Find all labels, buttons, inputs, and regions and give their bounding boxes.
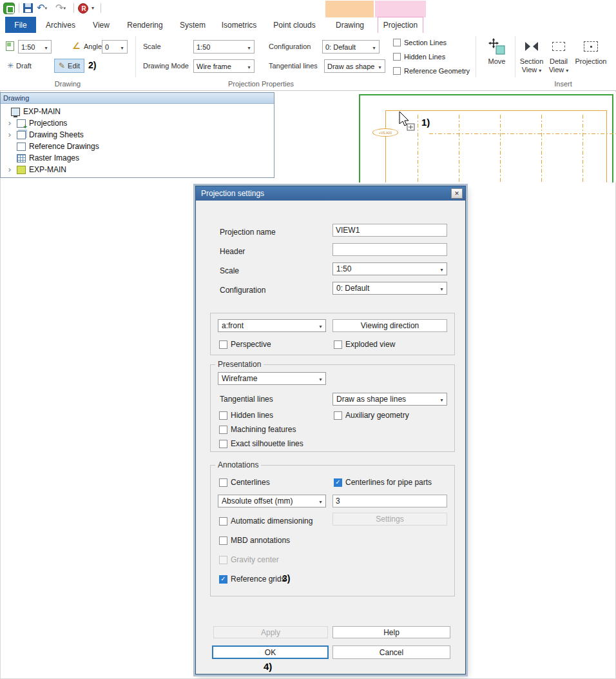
checkbox-section-lines[interactable]: Section Lines bbox=[393, 39, 447, 46]
tree-item-raster-images[interactable]: Raster Images bbox=[1, 152, 274, 164]
app-logo-icon[interactable] bbox=[3, 3, 15, 14]
settings-button[interactable]: Settings bbox=[332, 513, 447, 526]
checkbox-box bbox=[393, 53, 401, 61]
tab-projection[interactable]: Projection bbox=[378, 17, 423, 33]
projection-button[interactable]: Projection bbox=[572, 37, 610, 81]
tree-item-exp-main[interactable]: EXP-MAIN bbox=[1, 106, 274, 117]
combo-value: 1:50 bbox=[21, 43, 43, 51]
checkbox-reference-grids[interactable]: Reference grids bbox=[219, 575, 285, 584]
close-icon[interactable]: ✕ bbox=[451, 188, 463, 199]
redo-button[interactable]: ↷▾ bbox=[55, 2, 66, 14]
tab-system[interactable]: System bbox=[178, 17, 207, 33]
tree-item-drawing-sheets[interactable]: Drawing Sheets bbox=[1, 129, 274, 141]
combo-value: 0 bbox=[105, 43, 119, 51]
button-label: View bbox=[549, 66, 564, 74]
chevron-down-icon bbox=[317, 321, 324, 330]
button-label: Projection bbox=[575, 57, 607, 66]
scale-label: Scale bbox=[220, 266, 239, 276]
expander-icon[interactable] bbox=[6, 131, 14, 139]
tab-isometrics[interactable]: Isometrics bbox=[220, 17, 258, 33]
combo-value: 1:50 bbox=[197, 43, 245, 51]
dialog-title-bar[interactable]: Projection settings bbox=[196, 186, 465, 201]
tangential-lines-combo[interactable]: Draw as shape bbox=[324, 59, 385, 73]
checkbox-perspective[interactable]: Perspective bbox=[219, 340, 271, 349]
checkbox-box bbox=[219, 478, 227, 487]
chevron-down-icon bbox=[376, 63, 383, 70]
expander-icon[interactable] bbox=[6, 166, 14, 173]
offset-value-input[interactable] bbox=[332, 495, 447, 507]
configuration-combo[interactable]: 0: Default bbox=[322, 40, 380, 54]
tab-archives[interactable]: Archives bbox=[44, 17, 77, 33]
ribbon: 1:50 ∠ Angle 0 ✳ Draft ✎ Edit 2) Drawing… bbox=[0, 34, 616, 91]
button-label-line2: View bbox=[522, 66, 542, 75]
apply-button[interactable]: Apply bbox=[213, 626, 328, 638]
scale-select[interactable]: 1:50 bbox=[332, 262, 447, 275]
drawing-canvas[interactable]: +VS.A00 1) bbox=[274, 92, 616, 182]
checkbox-exploded-view[interactable]: Exploded view bbox=[334, 340, 395, 349]
viewing-direction-button[interactable]: Viewing direction bbox=[332, 319, 447, 332]
drawing-mode-combo[interactable]: Wire frame bbox=[193, 59, 255, 73]
undo-button[interactable]: ↶▾ bbox=[37, 2, 47, 14]
edit-button[interactable]: ✎ Edit bbox=[54, 59, 84, 73]
detail-view-button[interactable]: Detail View bbox=[546, 37, 572, 81]
help-button[interactable]: Help bbox=[332, 626, 450, 638]
checkbox-centerlines-pipe-parts[interactable]: Centerlines for pipe parts bbox=[334, 478, 432, 487]
chevron-down-icon bbox=[438, 395, 445, 404]
button-label: Viewing direction bbox=[361, 321, 419, 330]
save-icon[interactable] bbox=[23, 3, 33, 13]
header-input[interactable] bbox=[332, 243, 447, 256]
projection-name-input[interactable] bbox=[332, 224, 447, 237]
angle-combo[interactable]: 0 bbox=[102, 40, 128, 54]
tab-drawing[interactable]: Drawing bbox=[330, 17, 370, 33]
chevron-down-icon: ▾ bbox=[45, 6, 48, 10]
cancel-button[interactable]: Cancel bbox=[332, 645, 450, 659]
expander-icon[interactable] bbox=[6, 119, 14, 127]
checkbox-mbd-annotations[interactable]: MBD annotations bbox=[219, 536, 290, 545]
presentation-mode-select[interactable]: Wireframe bbox=[218, 372, 326, 385]
checkbox-centerlines[interactable]: Centerlines bbox=[219, 478, 270, 487]
tab-rendering[interactable]: Rendering bbox=[126, 17, 164, 33]
drawing-scale-combo[interactable]: 1:50 bbox=[18, 40, 52, 54]
checkbox-label: Section Lines bbox=[404, 39, 447, 46]
checkbox-box bbox=[334, 411, 342, 420]
scale-combo[interactable]: 1:50 bbox=[193, 40, 255, 54]
reference-grid-line bbox=[582, 115, 583, 182]
customize-qat-icon[interactable]: ▾ bbox=[91, 5, 94, 11]
tab-point-clouds[interactable]: Point clouds bbox=[271, 17, 318, 33]
draft-button[interactable]: ✳ Draft bbox=[3, 59, 35, 73]
reference-drawing-icon bbox=[17, 143, 26, 151]
checkbox-automatic-dimensioning[interactable]: Automatic dimensioning bbox=[219, 517, 313, 526]
move-button[interactable]: Move bbox=[479, 37, 514, 81]
group-separator bbox=[515, 36, 515, 77]
checkbox-gravity-center: Gravity center bbox=[219, 555, 279, 564]
tab-view[interactable]: View bbox=[89, 17, 113, 33]
raster-icon bbox=[17, 154, 26, 162]
ok-button[interactable]: OK bbox=[212, 645, 329, 659]
checkbox-label: Gravity center bbox=[231, 555, 279, 564]
checkbox-exact-silhouette-lines[interactable]: Exact silhouette lines bbox=[219, 439, 303, 448]
checkbox-hidden-lines[interactable]: Hidden lines bbox=[219, 411, 273, 420]
tangential-lines-select[interactable]: Draw as shape lines bbox=[332, 393, 447, 406]
annotations-group-label: Annotations bbox=[215, 460, 261, 469]
chevron-down-icon: ▾ bbox=[64, 6, 66, 10]
checkbox-label: Reference Geometry bbox=[404, 67, 470, 75]
tab-file[interactable]: File bbox=[5, 17, 36, 33]
tree-item-reference-drawings[interactable]: Reference Drawings bbox=[1, 141, 274, 152]
checkbox-label: Exact silhouette lines bbox=[231, 439, 303, 448]
r-badge-icon[interactable] bbox=[78, 3, 88, 14]
configuration-select[interactable]: 0: Default bbox=[332, 282, 447, 295]
tree-item-projections[interactable]: Projections bbox=[1, 117, 274, 129]
offset-mode-select[interactable]: Absolute offset (mm) bbox=[218, 495, 326, 507]
step-3-annotation: 3) bbox=[282, 573, 290, 584]
presentation-group-label: Presentation bbox=[215, 360, 264, 369]
checkbox-machining-features[interactable]: Machining features bbox=[219, 425, 296, 434]
checkbox-reference-geometry[interactable]: Reference Geometry bbox=[393, 67, 470, 75]
view-direction-select[interactable]: a:front bbox=[218, 319, 326, 332]
model-icon bbox=[17, 166, 26, 174]
grid-bubble: +VS.A00 bbox=[372, 128, 398, 137]
tree-item-exp-main-model[interactable]: EXP-MAIN bbox=[1, 164, 274, 175]
section-view-button[interactable]: Section View bbox=[517, 37, 546, 81]
checkbox-hidden-lines[interactable]: Hidden Lines bbox=[393, 53, 445, 61]
checkbox-auxiliary-geometry[interactable]: Auxiliary geometry bbox=[334, 411, 409, 420]
separator bbox=[19, 3, 19, 13]
